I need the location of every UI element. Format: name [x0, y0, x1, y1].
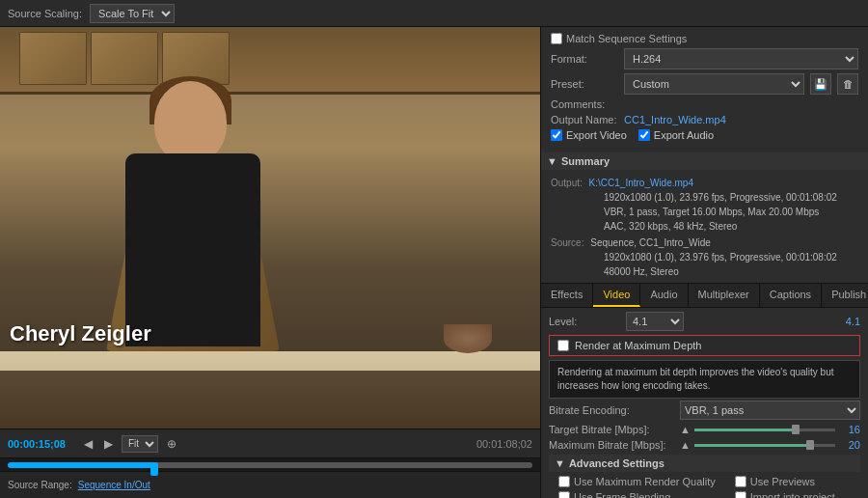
- target-bitrate-row: Target Bitrate [Mbps]: ▲ 16: [549, 424, 860, 435]
- source-scaling-label: Source Scaling:: [8, 8, 82, 19]
- max-bitrate-value: 20: [841, 439, 860, 451]
- export-audio-checkbox-row: Export Audio: [638, 129, 714, 141]
- format-row: Format: H.264: [551, 48, 858, 69]
- render-section: Level: 4.1 4.1 Render at Maximum Depth R…: [541, 308, 868, 498]
- scrubber-track: [8, 462, 532, 468]
- import-into-project-row: Import into project: [735, 491, 835, 498]
- summary-details1: 1920x1080 (1.0), 23.976 fps, Progressive…: [604, 192, 837, 203]
- summary-source-value: Sequence, CC1_Intro_Wide: [590, 237, 711, 248]
- level-label: Level:: [549, 316, 626, 327]
- max-bitrate-track[interactable]: [694, 444, 835, 447]
- source-scaling-select[interactable]: Scale To Fit: [90, 4, 175, 23]
- use-frame-blending-checkbox[interactable]: [558, 491, 570, 498]
- preset-select[interactable]: Custom: [624, 73, 804, 95]
- scrubber-container[interactable]: [0, 457, 540, 471]
- export-audio-checkbox[interactable]: [638, 129, 650, 141]
- comments-label: Comments:: [551, 98, 618, 110]
- source-range-value[interactable]: Sequence In/Out: [78, 480, 150, 490]
- export-video-label: Export Video: [566, 129, 627, 141]
- marker-button[interactable]: ⊕: [164, 437, 179, 451]
- max-bitrate-slider-icon: ▲: [680, 439, 691, 451]
- timeline-row: Source Range: Sequence In/Out: [0, 471, 540, 498]
- format-select[interactable]: H.264: [624, 48, 858, 69]
- use-previews-label: Use Previews: [750, 476, 815, 487]
- max-bitrate-slider-container: ▲: [680, 439, 835, 451]
- scrubber-handle[interactable]: [150, 462, 158, 476]
- output-name-value[interactable]: CC1_Intro_Wide.mp4: [624, 114, 726, 125]
- summary-source-label: Source:: [551, 237, 583, 248]
- save-preset-button[interactable]: 💾: [810, 73, 831, 95]
- delete-preset-button[interactable]: 🗑: [837, 73, 858, 95]
- import-into-project-label: Import into project: [750, 491, 835, 498]
- counter-front: [0, 371, 540, 429]
- person-head: [154, 81, 227, 163]
- export-video-checkbox[interactable]: [551, 129, 562, 141]
- match-sequence-checkbox[interactable]: [551, 33, 562, 44]
- use-frame-blending-row: Use Frame Blending: [558, 491, 716, 498]
- person-figure: [96, 81, 289, 351]
- output-name-row: Output Name: CC1_Intro_Wide.mp4: [551, 114, 858, 125]
- match-sequence-checkbox-row: Match Sequence Settings: [551, 33, 687, 44]
- max-bitrate-thumb[interactable]: [806, 440, 814, 450]
- advanced-settings-content: Use Maximum Render Quality Use Frame Ble…: [549, 472, 860, 498]
- end-time-display: 00:01:08;02: [465, 438, 532, 450]
- summary-label: Summary: [561, 155, 610, 167]
- summary-header[interactable]: ▼ Summary: [541, 152, 868, 170]
- adv-settings-label: Advanced Settings: [569, 457, 665, 469]
- kitchen-scene: Cheryl Zeigler: [0, 27, 540, 429]
- use-max-render-quality-checkbox[interactable]: [558, 476, 570, 487]
- adv-triangle-icon: ▼: [555, 457, 565, 469]
- use-max-render-quality-label: Use Maximum Render Quality: [574, 476, 716, 487]
- source-range-label: Source Range:: [8, 480, 72, 490]
- tab-multiplexer[interactable]: Multiplexer: [689, 284, 760, 307]
- use-max-render-quality-row: Use Maximum Render Quality: [558, 476, 716, 487]
- match-sequence-row: Match Sequence Settings: [551, 33, 858, 44]
- summary-output-path: K:\CC1_Intro_Wide.mp4: [589, 178, 693, 188]
- render-tooltip: Rendering at maximum bit depth improves …: [549, 360, 860, 399]
- render-max-depth-checkbox[interactable]: [557, 340, 569, 351]
- import-into-project-checkbox[interactable]: [735, 491, 746, 498]
- counter-bowl: [444, 324, 492, 353]
- summary-content: Output: K:\CC1_Intro_Wide.mp4 1920x1080 …: [541, 172, 868, 283]
- next-frame-button[interactable]: ▶: [101, 437, 116, 451]
- tab-audio[interactable]: Audio: [640, 284, 688, 307]
- tab-video[interactable]: Video: [593, 284, 640, 307]
- tab-effects[interactable]: Effects: [541, 284, 593, 307]
- use-previews-checkbox[interactable]: [735, 476, 746, 487]
- fit-select[interactable]: Fit: [122, 435, 158, 453]
- top-bar: Source Scaling: Scale To Fit: [0, 0, 868, 27]
- summary-output-details1: 1920x1080 (1.0), 23.976 fps, Progressive…: [551, 190, 858, 205]
- level-select[interactable]: 4.1: [626, 312, 684, 331]
- cabinet-door-2: [91, 32, 158, 85]
- output-name-label: Output Name:: [551, 114, 618, 125]
- person-name-overlay: Cheryl Zeigler: [10, 321, 151, 346]
- summary-details3: AAC, 320 kbps, 48 kHz, Stereo: [604, 221, 737, 232]
- bitrate-encoding-select[interactable]: VBR, 1 pass: [680, 401, 860, 420]
- summary-output-details3: AAC, 320 kbps, 48 kHz, Stereo: [551, 219, 858, 234]
- preset-label: Preset:: [551, 78, 618, 90]
- target-bitrate-fill: [694, 429, 800, 431]
- summary-src-details2: 48000 Hz, Stereo: [604, 266, 679, 277]
- target-bitrate-thumb[interactable]: [792, 425, 800, 434]
- format-label: Format:: [551, 53, 618, 65]
- render-max-depth-label: Render at Maximum Depth: [575, 340, 701, 351]
- use-frame-blending-label: Use Frame Blending: [574, 491, 670, 498]
- prev-frame-button[interactable]: ◀: [81, 437, 95, 451]
- video-panel: Cheryl Zeigler 00:00:15;08 ◀ ▶ Fit ⊕ 00:…: [0, 27, 540, 498]
- tab-publish[interactable]: Publish: [822, 284, 868, 307]
- video-preview: Cheryl Zeigler: [0, 27, 540, 429]
- target-bitrate-label: Target Bitrate [Mbps]:: [549, 424, 674, 435]
- adv-col-right: Use Previews Import into project: [735, 476, 835, 498]
- export-audio-label: Export Audio: [654, 129, 714, 141]
- preset-row: Preset: Custom 💾 🗑: [551, 73, 858, 95]
- summary-output-row: Output: K:\CC1_Intro_Wide.mp4: [551, 176, 858, 190]
- target-bitrate-track[interactable]: [694, 429, 835, 431]
- tab-captions[interactable]: Captions: [760, 284, 822, 307]
- summary-output-details2: VBR, 1 pass, Target 16.00 Mbps, Max 20.0…: [551, 205, 858, 219]
- cabinet-door-1: [19, 32, 87, 85]
- settings-section: Match Sequence Settings Format: H.264 Pr…: [541, 27, 868, 151]
- render-max-depth-container: Render at Maximum Depth: [549, 335, 860, 356]
- right-panel: Match Sequence Settings Format: H.264 Pr…: [540, 27, 868, 498]
- advanced-settings-header[interactable]: ▼ Advanced Settings: [549, 455, 860, 472]
- export-checkboxes: Export Video Export Audio: [551, 129, 858, 141]
